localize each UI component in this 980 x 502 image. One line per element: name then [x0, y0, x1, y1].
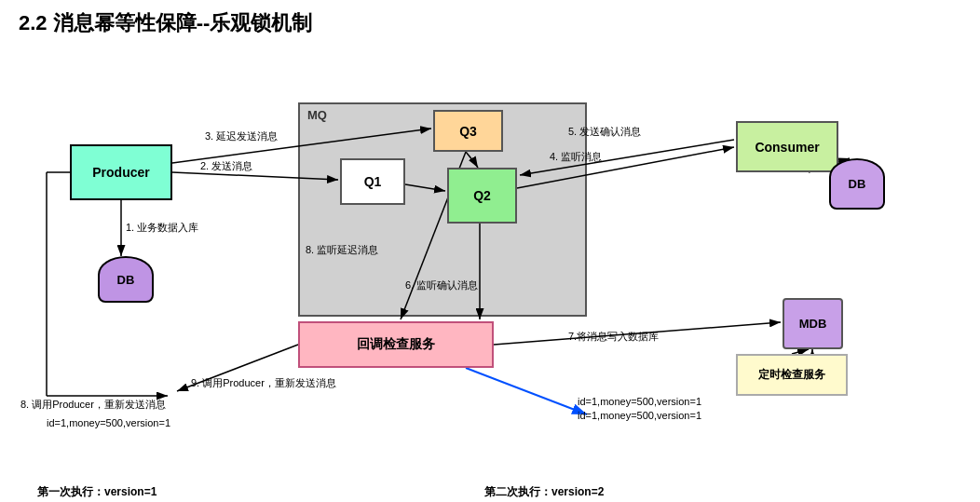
- diagram-area: MQ Producer DB Q1 Q3 Q2 Consumer DB: [19, 47, 960, 438]
- db-left-box: DB: [98, 256, 154, 303]
- timer-box: 定时检查服务: [736, 354, 848, 396]
- bottom-right-line1: 第二次执行：version=2: [484, 484, 804, 500]
- callback-box: 回调检查服务: [298, 321, 494, 368]
- q1-box: Q1: [340, 158, 405, 205]
- svg-text:9. 调用Producer，重新发送消息: 9. 调用Producer，重新发送消息: [191, 377, 336, 388]
- mq-label: MQ: [307, 108, 327, 122]
- consumer-box: Consumer: [736, 121, 838, 172]
- q3-box: Q3: [433, 110, 503, 152]
- svg-line-17: [494, 322, 781, 345]
- svg-text:id=1,money=500,version=1: id=1,money=500,version=1: [47, 417, 170, 428]
- svg-line-29: [466, 368, 587, 414]
- svg-text:3. 延迟发送消息: 3. 延迟发送消息: [205, 130, 278, 142]
- svg-line-23: [177, 345, 298, 391]
- bottom-left-line1: 第一次执行：version=1: [37, 484, 357, 500]
- db-right-box: DB: [829, 158, 885, 210]
- page: 2.2 消息幂等性保障--乐观锁机制 MQ Producer DB Q1 Q3 …: [0, 0, 980, 502]
- q2-box: Q2: [447, 168, 517, 224]
- producer-box: Producer: [70, 144, 172, 200]
- bottom-right-text: 第二次执行：version=2 update account set money…: [484, 484, 804, 502]
- page-title: 2.2 消息幂等性保障--乐观锁机制: [19, 9, 961, 37]
- svg-text:8. 调用Producer，重新发送消息: 8. 调用Producer，重新发送消息: [20, 399, 166, 410]
- svg-text:7.将消息写入数据库: 7.将消息写入数据库: [568, 331, 659, 342]
- svg-text:id=1,money=500,version=1: id=1,money=500,version=1: [578, 410, 701, 421]
- svg-text:2. 发送消息: 2. 发送消息: [200, 160, 252, 171]
- bottom-left-text: 第一次执行：version=1 update account set money…: [37, 484, 357, 502]
- mdb-box: MDB: [783, 298, 843, 349]
- svg-text:id=1,money=500,version=1: id=1,money=500,version=1: [578, 396, 701, 407]
- svg-text:1. 业务数据入库: 1. 业务数据入库: [126, 222, 198, 233]
